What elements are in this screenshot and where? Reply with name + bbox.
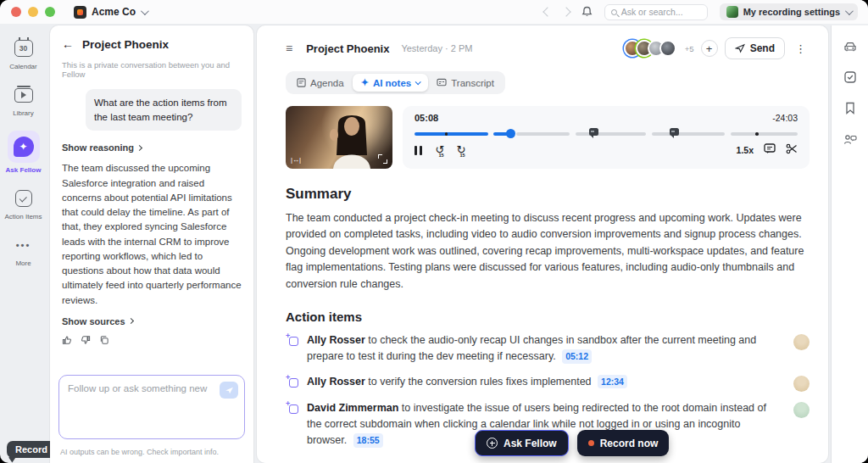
audio-player: 05:08 -24:03 <box>403 106 810 169</box>
floating-actions: Ask Fellow Record now <box>475 430 669 456</box>
playback-speed-button[interactable]: 1.5x <box>737 145 754 155</box>
participant-avatars[interactable] <box>624 40 676 57</box>
tab-transcript[interactable]: Transcript <box>428 75 503 92</box>
nav-forward-button[interactable] <box>561 7 570 16</box>
chevron-down-icon <box>141 7 149 15</box>
add-action-item-icon[interactable]: + <box>286 333 298 346</box>
copy-icon[interactable] <box>99 335 109 345</box>
workspace-switcher[interactable]: Acme Co <box>74 6 147 19</box>
minimize-window-button[interactable] <box>28 7 38 17</box>
comment-marker-icon[interactable] <box>670 128 679 136</box>
record-dot-icon <box>588 440 594 446</box>
agenda-icon <box>297 78 306 87</box>
assignee-avatar <box>793 334 810 350</box>
search-input[interactable]: Ask or search... <box>604 4 708 20</box>
add-participant-button[interactable]: + <box>701 40 718 57</box>
sidebar-item-calendar[interactable]: 30 Calendar <box>0 37 47 70</box>
close-window-button[interactable] <box>11 7 21 17</box>
sidebar-item-more[interactable]: ••• More <box>0 234 47 267</box>
chat-title: Project Phoenix <box>82 38 169 51</box>
timestamp-badge[interactable]: 12:34 <box>598 375 627 388</box>
meeting-bot-icon[interactable] <box>843 41 857 56</box>
speaker-image <box>326 111 377 169</box>
meeting-date: Yesterday · 2 PM <box>401 43 472 53</box>
tab-ai-notes[interactable]: ✦ AI notes <box>353 74 429 92</box>
zoom-window-button[interactable] <box>45 7 55 17</box>
bookmark-icon[interactable] <box>845 102 855 118</box>
privacy-note: This is a private conversation between y… <box>62 60 242 79</box>
window-controls[interactable] <box>11 7 55 17</box>
contact-chat-icon[interactable] <box>843 133 857 148</box>
forward-15-button[interactable]: ↻15 <box>456 145 465 155</box>
timestamp-badge[interactable]: 18:55 <box>353 433 383 447</box>
chevron-down-icon <box>845 7 854 15</box>
user-message-bubble: What are the action items from the last … <box>86 89 242 131</box>
search-icon <box>611 9 617 15</box>
meeting-notes-panel: ≡ Project Phoenix Yesterday · 2 PM +5 + … <box>257 25 828 463</box>
notifications-bell-icon[interactable] <box>581 6 593 18</box>
menu-icon[interactable]: ≡ <box>286 42 292 55</box>
video-thumbnail[interactable]: |↔| <box>286 106 392 169</box>
right-tool-rail <box>832 25 868 463</box>
chevron-right-icon <box>136 145 142 151</box>
chapter-dot <box>445 132 448 136</box>
sidebar-item-ask-fellow[interactable]: ✦ Ask Fellow <box>0 131 47 174</box>
action-items-heading: Action items <box>286 310 810 324</box>
tasks-checkbox-icon[interactable] <box>844 71 856 86</box>
chevron-right-icon <box>128 318 134 324</box>
sidebar-item-action-items[interactable]: Action Items <box>0 187 47 220</box>
meeting-title: Project Phoenix <box>306 42 389 55</box>
chat-followup-input[interactable] <box>58 375 245 439</box>
record-button[interactable]: Record <box>7 441 56 458</box>
thumbs-up-icon[interactable] <box>62 335 72 345</box>
summary-body: The team conducted a project check-in me… <box>286 210 810 293</box>
more-options-icon[interactable]: ⋮ <box>792 42 810 55</box>
timestamp-badge[interactable]: 05:12 <box>562 349 592 363</box>
calendar-icon: 30 <box>14 40 33 57</box>
ai-disclaimer: AI outputs can be wrong. Check important… <box>60 448 219 456</box>
left-navigation-rail: 30 Calendar Library ✦ Ask Fellow Action … <box>0 24 47 463</box>
ask-fellow-floating-button[interactable]: Ask Fellow <box>475 430 569 456</box>
thumbs-down-icon[interactable] <box>81 335 91 345</box>
add-action-item-icon[interactable]: + <box>286 401 298 414</box>
recording-settings-dropdown[interactable]: My recording settings <box>720 3 858 20</box>
assignee-name: Ally Rosser <box>307 376 365 388</box>
sparkle-icon: ✦ <box>361 77 369 88</box>
seek-slider[interactable] <box>415 128 798 138</box>
checkbox-icon <box>15 190 32 207</box>
chat-send-button[interactable] <box>220 382 238 399</box>
add-action-item-icon[interactable]: + <box>286 375 298 388</box>
fullscreen-icon[interactable] <box>378 154 387 164</box>
show-reasoning-link[interactable]: Show reasoning <box>62 142 242 153</box>
expand-width-icon[interactable]: |↔| <box>291 156 301 164</box>
nav-back-button[interactable] <box>542 7 552 16</box>
ai-response-text: The team discussed the upcoming Salesfor… <box>62 161 242 308</box>
transcript-icon <box>437 78 447 87</box>
pause-button[interactable] <box>415 146 422 155</box>
assignee-avatar <box>793 402 810 418</box>
tab-agenda[interactable]: Agenda <box>288 75 353 92</box>
seek-handle[interactable] <box>506 129 515 138</box>
clip-scissors-icon[interactable] <box>786 142 798 158</box>
show-sources-link[interactable]: Show sources <box>62 316 242 326</box>
notes-tabbar: Agenda ✦ AI notes Transcript <box>286 71 505 94</box>
record-now-floating-button[interactable]: Record now <box>577 430 670 456</box>
avatar <box>659 40 676 57</box>
workspace-logo-icon <box>74 6 86 19</box>
comment-icon[interactable] <box>764 142 776 158</box>
ask-plus-icon <box>487 438 498 449</box>
summary-heading: Summary <box>286 186 810 203</box>
rewind-15-button[interactable]: ↺15 <box>436 145 445 155</box>
send-notes-button[interactable]: Send <box>725 37 785 59</box>
search-placeholder: Ask or search... <box>621 7 683 17</box>
back-arrow-icon[interactable]: ← <box>62 37 74 51</box>
comment-marker-icon[interactable] <box>589 128 598 136</box>
sidebar-item-library[interactable]: Library <box>0 84 47 117</box>
assignee-name: David Zimmerman <box>307 402 398 414</box>
assignee-avatar <box>793 376 810 392</box>
chapter-dot <box>755 132 759 136</box>
remaining-time: -24:03 <box>772 113 798 123</box>
action-item-row: + Ally Rosser to verify the conversion r… <box>286 374 810 392</box>
paper-plane-icon <box>735 43 745 53</box>
action-item-row: + Ally Rosser to check the audio-only re… <box>286 332 810 365</box>
